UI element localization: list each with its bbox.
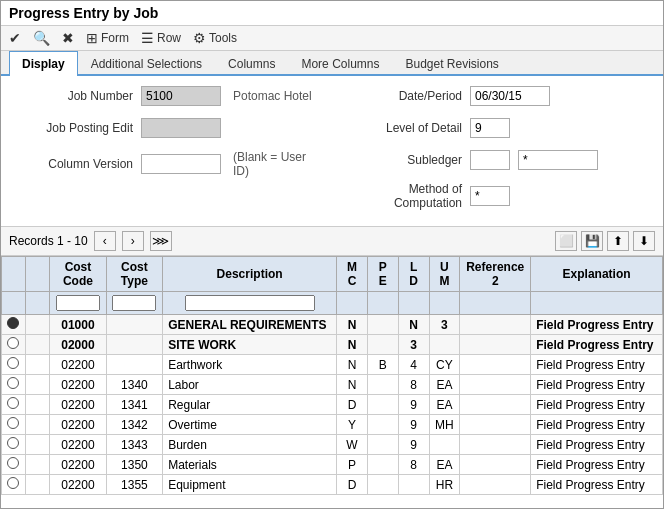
records-action-icons: ⬜ 💾 ⬆ ⬇ bbox=[555, 231, 655, 251]
cell-ld: 9 bbox=[398, 435, 429, 455]
subledger-label: Subledger bbox=[342, 153, 462, 167]
level-input[interactable] bbox=[470, 118, 510, 138]
cell-mc: N bbox=[337, 335, 368, 355]
cell-description: GENERAL REQUIREMENTS bbox=[163, 315, 337, 335]
tab-display[interactable]: Display bbox=[9, 51, 78, 76]
filter-cost-type[interactable] bbox=[112, 295, 156, 311]
cell-ld: N bbox=[398, 315, 429, 335]
records-prev-btn[interactable]: ‹ bbox=[94, 231, 116, 251]
cell-um: 3 bbox=[429, 315, 460, 335]
export-icon-btn[interactable]: ⬜ bbox=[555, 231, 577, 251]
row-radio[interactable] bbox=[7, 377, 19, 389]
level-label: Level of Detail bbox=[342, 121, 462, 135]
cell-cost_code: 02200 bbox=[50, 375, 106, 395]
toolbar-close[interactable]: ✖ bbox=[62, 30, 74, 46]
subledger-row: Subledger bbox=[342, 150, 651, 170]
row-icon bbox=[25, 335, 50, 355]
cell-ld bbox=[398, 475, 429, 495]
cell-ld: 9 bbox=[398, 415, 429, 435]
cell-mc: N bbox=[337, 315, 368, 335]
toolbar-form[interactable]: ⊞ Form bbox=[86, 30, 129, 46]
row-icon: ☰ bbox=[141, 30, 154, 46]
table-row: 022001340LaborN8EAField Progress Entry bbox=[2, 375, 663, 395]
subledger-input[interactable] bbox=[470, 150, 510, 170]
cell-explanation: Field Progress Entry bbox=[531, 455, 663, 475]
method-row: Method of Computation bbox=[342, 182, 651, 210]
cell-description: Overtime bbox=[163, 415, 337, 435]
data-table-wrapper: CostCode CostType Description MC PE LD U… bbox=[1, 256, 663, 508]
col-header-pe: PE bbox=[367, 257, 398, 292]
cell-pe bbox=[367, 475, 398, 495]
cell-ld: 9 bbox=[398, 395, 429, 415]
column-version-hint: (Blank = User ID) bbox=[233, 150, 322, 178]
cell-pe bbox=[367, 315, 398, 335]
filter-description[interactable] bbox=[185, 295, 315, 311]
row-radio[interactable] bbox=[7, 397, 19, 409]
toolbar: ✔ 🔍 ✖ ⊞ Form ☰ Row ⚙ Tools bbox=[1, 26, 663, 51]
date-period-input[interactable] bbox=[470, 86, 550, 106]
cell-um: EA bbox=[429, 375, 460, 395]
cell-description: Materials bbox=[163, 455, 337, 475]
toolbar-check[interactable]: ✔ bbox=[9, 30, 21, 46]
table-row: 022001341RegularD9EAField Progress Entry bbox=[2, 395, 663, 415]
title-bar: Progress Entry by Job bbox=[1, 1, 663, 26]
tab-additional-selections[interactable]: Additional Selections bbox=[78, 51, 215, 76]
table-row: 02200EarthworkNB4CYField Progress Entry bbox=[2, 355, 663, 375]
toolbar-row[interactable]: ☰ Row bbox=[141, 30, 181, 46]
row-radio[interactable] bbox=[7, 437, 19, 449]
cell-description: Equipment bbox=[163, 475, 337, 495]
records-label: Records 1 - 10 bbox=[9, 234, 88, 248]
records-last-btn[interactable]: ⋙ bbox=[150, 231, 172, 251]
tab-columns[interactable]: Columns bbox=[215, 51, 288, 76]
table-row: 022001350MaterialsP8EAField Progress Ent… bbox=[2, 455, 663, 475]
row-radio[interactable] bbox=[7, 457, 19, 469]
upload-icon-btn[interactable]: ⬆ bbox=[607, 231, 629, 251]
column-version-input[interactable] bbox=[141, 154, 221, 174]
toolbar-tools[interactable]: ⚙ Tools bbox=[193, 30, 237, 46]
table-row: 022001355EquipmentDHRField Progress Entr… bbox=[2, 475, 663, 495]
cell-ld: 8 bbox=[398, 375, 429, 395]
job-number-input[interactable] bbox=[141, 86, 221, 106]
cell-cost_code: 02000 bbox=[50, 335, 106, 355]
filter-cost-code[interactable] bbox=[56, 295, 100, 311]
records-next-btn[interactable]: › bbox=[122, 231, 144, 251]
row-icon bbox=[25, 455, 50, 475]
cell-cost_code: 02200 bbox=[50, 355, 106, 375]
cell-mc: P bbox=[337, 455, 368, 475]
cell-ref2 bbox=[460, 415, 531, 435]
row-radio[interactable] bbox=[7, 317, 19, 329]
cell-ref2 bbox=[460, 315, 531, 335]
form-icon: ⊞ bbox=[86, 30, 98, 46]
job-posting-input[interactable] bbox=[141, 118, 221, 138]
row-icon bbox=[25, 435, 50, 455]
row-radio[interactable] bbox=[7, 417, 19, 429]
cell-cost_type: 1350 bbox=[106, 455, 162, 475]
cell-description: Labor bbox=[163, 375, 337, 395]
cell-ld: 4 bbox=[398, 355, 429, 375]
cell-cost_type bbox=[106, 355, 162, 375]
cell-mc: N bbox=[337, 355, 368, 375]
tab-budget-revisions[interactable]: Budget Revisions bbox=[392, 51, 511, 76]
col-header-um: UM bbox=[429, 257, 460, 292]
cell-mc: D bbox=[337, 475, 368, 495]
cell-ld: 8 bbox=[398, 455, 429, 475]
cell-mc: N bbox=[337, 375, 368, 395]
toolbar-search[interactable]: 🔍 bbox=[33, 30, 50, 46]
table-row: 022001342OvertimeY9MHField Progress Entr… bbox=[2, 415, 663, 435]
download-icon-btn[interactable]: ⬇ bbox=[633, 231, 655, 251]
page-title: Progress Entry by Job bbox=[9, 5, 158, 21]
tab-more-columns[interactable]: More Columns bbox=[288, 51, 392, 76]
form-section: Job Number Potomac Hotel Job Posting Edi… bbox=[1, 76, 663, 227]
subledger-star-input[interactable] bbox=[518, 150, 598, 170]
row-radio[interactable] bbox=[7, 477, 19, 489]
save-icon-btn[interactable]: 💾 bbox=[581, 231, 603, 251]
job-posting-label: Job Posting Edit bbox=[13, 121, 133, 135]
cell-description: Earthwork bbox=[163, 355, 337, 375]
cell-description: Regular bbox=[163, 395, 337, 415]
method-input[interactable] bbox=[470, 186, 510, 206]
cell-cost_code: 02200 bbox=[50, 395, 106, 415]
tabs-bar: Display Additional Selections Columns Mo… bbox=[1, 51, 663, 76]
row-radio[interactable] bbox=[7, 337, 19, 349]
row-radio[interactable] bbox=[7, 357, 19, 369]
table-filter-row bbox=[2, 292, 663, 315]
